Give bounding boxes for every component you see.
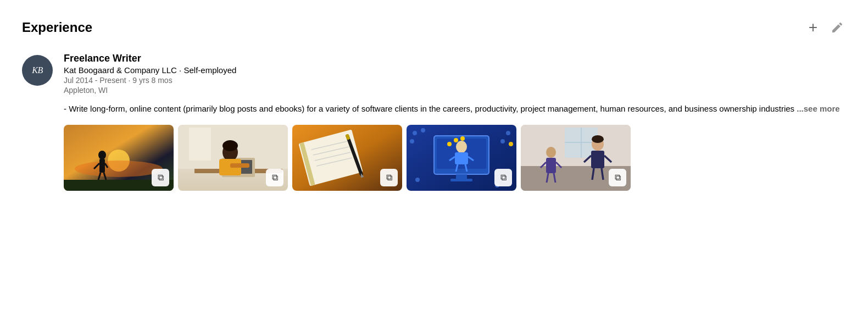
date-range: Jul 2014 - Present · 9 yrs 8 mos <box>64 76 846 85</box>
edit-icon <box>831 21 844 34</box>
svg-point-42 <box>456 141 467 153</box>
media-thumb-5: ⧉ <box>521 125 631 191</box>
section-title: Experience <box>22 20 92 35</box>
svg-point-32 <box>421 128 425 133</box>
experience-section: Experience + KB Freelance Writer Kat Boo… <box>0 0 868 309</box>
svg-point-66 <box>592 135 604 143</box>
external-link-icon-4[interactable]: ⧉ <box>494 169 512 186</box>
svg-point-2 <box>75 161 163 177</box>
section-header: Experience + <box>22 18 846 37</box>
location: Appleton, WI <box>64 86 846 95</box>
svg-point-3 <box>98 151 106 159</box>
svg-rect-67 <box>591 151 604 168</box>
svg-rect-19 <box>230 163 249 168</box>
description: - Write long-form, online content (prima… <box>64 102 846 115</box>
media-thumb-4: ⧉ <box>407 125 516 191</box>
svg-point-59 <box>546 147 556 158</box>
media-thumb-1: ⧉ <box>64 125 174 191</box>
svg-point-50 <box>460 136 465 141</box>
edit-experience-button[interactable] <box>828 19 846 36</box>
experience-details: Freelance Writer Kat Boogaard & Company … <box>64 53 846 191</box>
add-experience-button[interactable]: + <box>806 18 820 37</box>
experience-item: KB Freelance Writer Kat Boogaard & Compa… <box>22 53 846 191</box>
media-row: ⧉ <box>64 125 846 191</box>
svg-point-49 <box>454 138 458 142</box>
svg-rect-43 <box>455 152 468 164</box>
svg-point-34 <box>506 131 510 135</box>
company-logo: KB <box>22 55 53 86</box>
see-more-link[interactable]: ...see more <box>797 104 839 113</box>
external-link-icon-5[interactable]: ⧉ <box>609 169 626 186</box>
svg-point-37 <box>415 178 420 182</box>
svg-point-48 <box>447 142 452 146</box>
job-title: Freelance Writer <box>64 53 846 64</box>
svg-point-31 <box>413 131 417 135</box>
svg-rect-52 <box>450 179 472 181</box>
external-link-icon-1[interactable]: ⧉ <box>152 169 169 186</box>
svg-rect-4 <box>99 159 105 173</box>
svg-point-33 <box>410 139 414 144</box>
header-actions: + <box>806 18 846 37</box>
svg-point-36 <box>509 142 513 146</box>
svg-rect-51 <box>456 174 467 179</box>
svg-rect-60 <box>546 158 556 173</box>
svg-rect-12 <box>189 128 211 161</box>
svg-point-35 <box>500 139 505 144</box>
external-link-icon-2[interactable]: ⧉ <box>266 169 283 186</box>
svg-point-17 <box>222 140 238 151</box>
media-thumb-2: ⧉ <box>178 125 288 191</box>
description-text: - Write long-form, online content (prima… <box>64 104 794 113</box>
external-link-icon-3[interactable]: ⧉ <box>380 169 398 186</box>
media-thumb-3: ⧉ <box>292 125 402 191</box>
company-name: Kat Boogaard & Company LLC · Self-employ… <box>64 65 846 75</box>
logo-initials: KB <box>32 65 42 75</box>
